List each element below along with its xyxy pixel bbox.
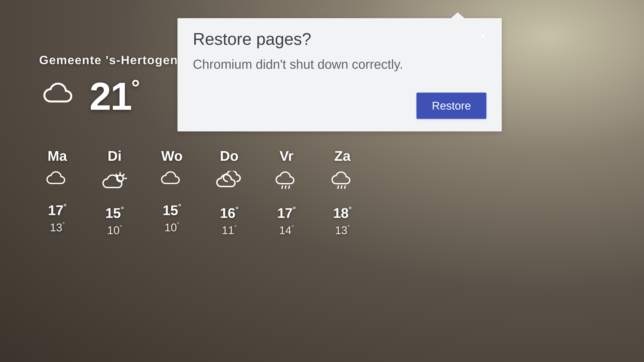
- close-icon[interactable]: [476, 29, 490, 42]
- current-temperature: 21°: [90, 77, 139, 116]
- day-low: 13°: [50, 221, 65, 234]
- day-low: 10°: [164, 221, 180, 234]
- day-abbr: Vr: [280, 148, 294, 164]
- day-abbr: Za: [334, 148, 351, 164]
- day-low: 13°: [335, 224, 350, 237]
- day-abbr: Ma: [48, 148, 67, 164]
- partly-sunny-icon: [100, 171, 128, 192]
- day-abbr: Wo: [161, 148, 183, 164]
- forecast-day: Ma 17° 13°: [45, 148, 70, 237]
- rain-icon: [330, 171, 355, 192]
- day-low: 11°: [222, 224, 237, 237]
- day-high: 16°: [220, 205, 238, 221]
- forecast-day: Di 15° 10°: [100, 148, 128, 237]
- forecast-day: Vr 17° 14°: [274, 148, 299, 237]
- forecast-day: Za 18° 13°: [330, 148, 355, 237]
- day-low: 14°: [279, 224, 294, 237]
- cloud-icon: [39, 82, 81, 110]
- day-high: 15°: [162, 202, 181, 218]
- rain-icon: [274, 171, 299, 192]
- day-high: 17°: [277, 205, 296, 221]
- forecast-day: Wo 15° 10°: [159, 148, 184, 237]
- day-high: 17°: [48, 202, 66, 218]
- restore-button[interactable]: Restore: [416, 93, 486, 119]
- forecast-day: Do 16° 11°: [215, 148, 243, 237]
- day-abbr: Di: [108, 148, 122, 164]
- day-high: 18°: [333, 205, 352, 221]
- dialog-body: Chromium didn't shut down correctly.: [193, 57, 486, 72]
- current-temp-value: 21: [90, 74, 131, 118]
- clouds-icon: [215, 171, 243, 192]
- day-low: 10°: [107, 224, 122, 237]
- forecast-row: Ma 17° 13° Di 15° 10° Wo 15° 10° Do 16° …: [45, 148, 355, 237]
- day-abbr: Do: [220, 148, 238, 164]
- day-high: 15°: [105, 205, 124, 221]
- degree-symbol: °: [131, 75, 139, 99]
- dialog-title: Restore pages?: [193, 29, 486, 49]
- restore-pages-dialog: Restore pages? Chromium didn't shut down…: [178, 18, 502, 131]
- cloud-icon: [45, 171, 70, 190]
- cloud-icon: [159, 171, 184, 190]
